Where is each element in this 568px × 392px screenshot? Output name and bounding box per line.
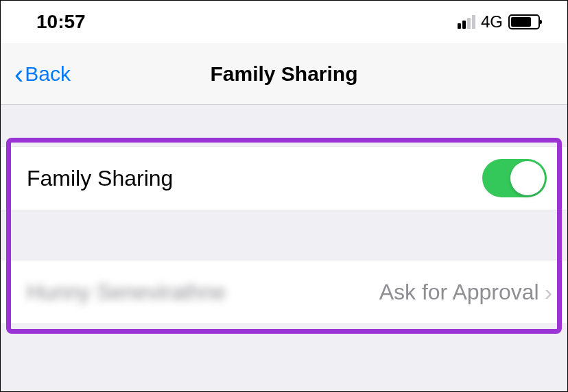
content-area: Family Sharing Hunny Senevirathne Ask fo… <box>1 105 567 391</box>
family-member-row[interactable]: Hunny Senevirathne Ask for Approval › <box>1 260 567 324</box>
chevron-right-icon: › <box>545 279 552 306</box>
clock-time: 10:57 <box>36 11 86 33</box>
status-bar: 10:57 4G <box>1 1 567 43</box>
family-sharing-toggle[interactable] <box>482 159 547 197</box>
member-name: Hunny Senevirathne <box>27 280 226 305</box>
back-button[interactable]: ‹ Back <box>14 60 71 88</box>
navigation-header: ‹ Back Family Sharing <box>1 43 567 105</box>
toggle-label: Family Sharing <box>27 166 173 191</box>
network-type: 4G <box>481 12 503 32</box>
battery-icon <box>508 14 540 29</box>
status-indicators: 4G <box>458 12 540 32</box>
member-approval-status: Ask for Approval <box>379 280 539 305</box>
family-sharing-toggle-row: Family Sharing <box>1 146 567 210</box>
back-label: Back <box>25 62 71 86</box>
section-spacer <box>1 210 567 260</box>
signal-icon <box>458 15 475 29</box>
page-title: Family Sharing <box>210 62 357 86</box>
chevron-left-icon: ‹ <box>14 60 23 88</box>
